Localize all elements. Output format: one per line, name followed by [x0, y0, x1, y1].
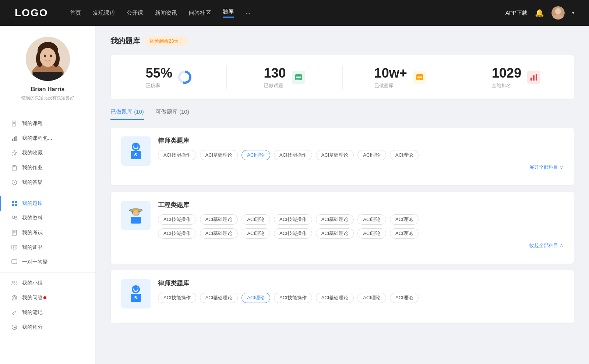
sidebar-label-notes: 我的笔记: [22, 309, 43, 316]
accuracy-pie-chart: [178, 71, 191, 84]
tag-item[interactable]: ACI基础理论: [316, 228, 354, 239]
svg-point-11: [50, 55, 52, 57]
svg-text:?: ?: [14, 181, 15, 185]
sidebar-item-course[interactable]: 我的课程: [0, 116, 95, 131]
stat-banks-done: 10w+ 已做题库: [343, 65, 459, 89]
stat-accuracy: 55% 正确率: [111, 65, 227, 89]
svg-rect-26: [12, 204, 14, 206]
navbar-right: APP下载 🔔 ▾: [505, 6, 574, 19]
nav-open-course[interactable]: 公开课: [127, 10, 143, 17]
sidebar-item-tutoring[interactable]: 一对一答疑: [0, 255, 95, 270]
tag-item[interactable]: ACI基础理论: [200, 228, 238, 239]
tag-item[interactable]: ACI理论: [390, 228, 419, 239]
sidebar-item-exam[interactable]: 我的考试: [0, 225, 95, 240]
tab-done[interactable]: 已做题库 (10): [110, 108, 144, 120]
notification-dot: [43, 296, 46, 299]
bell-icon[interactable]: 🔔: [535, 8, 544, 17]
tag-item[interactable]: ACI理论: [390, 293, 419, 303]
page-title: 我的题库: [110, 36, 140, 46]
user-group-icon: [11, 215, 18, 221]
svg-rect-25: [15, 201, 17, 203]
sidebar-item-questionbank[interactable]: 我的题库: [0, 196, 95, 211]
expand-link-lawyer1[interactable]: 展开全部科目 ∨: [158, 164, 564, 171]
nav-news[interactable]: 新闻资讯: [155, 10, 177, 17]
tag-item[interactable]: ACI理论: [357, 293, 386, 303]
tag-item[interactable]: ACI理论: [241, 214, 270, 225]
user-menu-chevron[interactable]: ▾: [572, 10, 574, 15]
svg-rect-38: [12, 260, 17, 264]
svg-point-29: [15, 216, 17, 218]
points-icon: ★: [11, 324, 18, 331]
sidebar-profile: Brian Harris 错误的决定比没有决定要好: [0, 37, 95, 110]
collapse-link-engineer1[interactable]: 收起全部科目 ∧: [158, 242, 564, 249]
clipboard-icon: [11, 164, 18, 171]
tag-item[interactable]: ACI基础理论: [316, 214, 354, 225]
app-download-button[interactable]: APP下载: [505, 10, 528, 17]
sidebar-item-certificate[interactable]: 我的证书: [0, 240, 95, 255]
tag-item[interactable]: ACI基础理论: [200, 150, 238, 160]
tag-item[interactable]: ACI技能操作: [274, 228, 312, 239]
svg-point-10: [44, 55, 46, 57]
svg-rect-12: [33, 72, 63, 81]
sidebar-item-myquestions[interactable]: Q 我的问答: [0, 290, 95, 305]
stat-rank-label: 全站排名: [492, 82, 521, 89]
tag-item[interactable]: ACI基础理论: [200, 214, 238, 225]
tag-item[interactable]: ACI基础理论: [316, 293, 354, 303]
qbank-icon-lawyer2: [121, 279, 151, 308]
sidebar-item-points[interactable]: ★ 我的积分: [0, 320, 95, 335]
svg-point-35: [14, 246, 15, 248]
tag-item[interactable]: ACI理论: [357, 214, 386, 225]
svg-rect-53: [530, 78, 532, 81]
main-layout: Brian Harris 错误的决定比没有决定要好 我的课程: [0, 26, 589, 364]
tag-item[interactable]: ACI技能操作: [158, 228, 196, 239]
nav-questionbank[interactable]: 题库: [223, 8, 234, 18]
svg-point-28: [13, 216, 15, 218]
tag-item[interactable]: ACI技能操作: [274, 293, 312, 303]
avatar: [26, 37, 70, 81]
tag-item-active[interactable]: ACI理论: [241, 150, 270, 160]
sidebar-item-notes[interactable]: 我的笔记: [0, 305, 95, 320]
tag-item[interactable]: ACI技能操作: [158, 214, 196, 225]
svg-marker-19: [12, 150, 17, 156]
tag-item[interactable]: ACI理论: [241, 228, 270, 239]
nav-home[interactable]: 首页: [70, 10, 81, 17]
qbank-tags-lawyer2: ACI技能操作 ACI基础理论 ACI理论 ACI技能操作 ACI基础理论 AC…: [158, 293, 564, 303]
svg-rect-17: [14, 137, 15, 141]
grid-icon: [11, 200, 18, 207]
sidebar-item-coursepack[interactable]: 我的课程包...: [0, 131, 95, 146]
tag-item[interactable]: ACI理论: [390, 214, 419, 225]
sidebar-label-certificate: 我的证书: [22, 244, 43, 251]
tag-item[interactable]: ACI技能操作: [274, 150, 312, 160]
tag-item-active[interactable]: ACI理论: [241, 293, 270, 303]
sidebar-item-homework[interactable]: 我的作业: [0, 160, 95, 175]
tab-available[interactable]: 可做题库 (10): [156, 108, 189, 120]
tag-item[interactable]: ACI理论: [357, 228, 386, 239]
qbank-card-engineer1: 工程类题库 ACI技能操作 ACI基础理论 ACI理论 ACI技能操作 ACI基…: [110, 192, 574, 264]
sidebar-menu: 我的课程 我的课程包...: [0, 110, 95, 340]
tag-item[interactable]: ACI基础理论: [200, 293, 238, 303]
stat-banks-value: 10w+: [374, 65, 407, 81]
tag-item[interactable]: ACI基础理论: [316, 150, 354, 160]
tag-item[interactable]: ACI技能操作: [158, 293, 196, 303]
tag-item[interactable]: ACI理论: [357, 150, 386, 160]
cert-icon: [11, 244, 18, 251]
user-avatar-nav[interactable]: [551, 6, 565, 19]
sidebar-item-profile[interactable]: 我的资料: [0, 211, 95, 225]
nav-courses[interactable]: 发现课程: [93, 10, 115, 17]
stat-rank: 1029 全站排名: [458, 65, 574, 89]
sidebar-item-group[interactable]: 我的小组: [0, 276, 95, 290]
nav-qa[interactable]: 问答社区: [189, 10, 211, 17]
tag-item[interactable]: ACI技能操作: [158, 150, 196, 160]
list-green-icon: [292, 71, 305, 84]
nav-more[interactable]: ···: [246, 10, 250, 16]
svg-point-40: [15, 281, 17, 283]
question-circle-icon: ?: [11, 179, 18, 186]
svg-rect-65: [131, 217, 141, 224]
qbank-tags-engineer1-row2: ACI技能操作 ACI基础理论 ACI理论 ACI技能操作 ACI基础理论 AC…: [158, 228, 564, 239]
sidebar-item-qa[interactable]: ? 我的答疑: [0, 175, 95, 190]
tag-item[interactable]: ACI技能操作: [274, 214, 312, 225]
stat-questions-value: 130: [264, 65, 286, 81]
stat-accuracy-label: 正确率: [146, 82, 172, 89]
tag-item[interactable]: ACI理论: [390, 150, 419, 160]
sidebar-item-favorites[interactable]: 我的收藏: [0, 146, 95, 160]
